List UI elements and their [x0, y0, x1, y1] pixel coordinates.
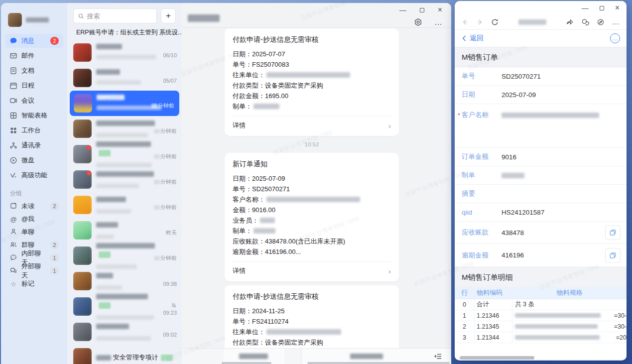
browser-compass-icon[interactable]: [597, 18, 605, 26]
new-chat-button[interactable]: +: [161, 8, 176, 23]
wechat-icon[interactable]: [581, 18, 589, 26]
form-label: 单号: [462, 72, 502, 81]
user-profile[interactable]: [1, 11, 67, 33]
sidebar-item-messages[interactable]: 消息 2: [5, 34, 63, 48]
message-card-payment-1[interactable]: 付款申请-抄送信息无需审核 日期：2025-07-07 单号：FS2507008…: [225, 28, 399, 136]
collapse-tabs-icon[interactable]: [434, 353, 442, 362]
group-label: 外部聊天: [21, 262, 46, 280]
field-value-redacted: [266, 197, 360, 202]
table-header-row: 行 物料编码 物料规格: [455, 287, 627, 299]
count-badge: 1: [50, 254, 59, 262]
sidebar-item-calendar[interactable]: 日程: [5, 79, 63, 93]
field-value-redacted: [253, 228, 275, 234]
chat-list-item[interactable]: 昨天: [67, 218, 182, 243]
back-icon[interactable]: [461, 18, 469, 26]
chat-list-item[interactable]: 分钟前: [67, 243, 182, 268]
back-label: 返回: [470, 34, 484, 43]
chat-list-item[interactable]: 09:02: [67, 319, 182, 345]
sidebar-item-label: 通讯录: [21, 141, 59, 150]
sidebar-group-unread[interactable]: 未读 2: [5, 200, 63, 213]
tab-scrollbar-segment[interactable]: [307, 362, 450, 364]
chat-list-item[interactable]: 分钟前: [67, 116, 182, 141]
field-label: 制单：: [233, 101, 252, 112]
form-label: qiid: [462, 209, 502, 216]
order-form: 单号 SD25070271 日期 2025-07-09 客户名称 订单金额 90…: [455, 67, 627, 266]
cell-code: 1.21344: [475, 332, 512, 343]
sidebar-group-external[interactable]: 外部聊天 1: [5, 264, 63, 277]
message-scroll-area[interactable]: 付款申请-抄送信息无需审核 日期：2025-07-07 单号：FS2507008…: [182, 28, 451, 348]
sidebar-group-direct[interactable]: 单聊: [5, 226, 63, 239]
avatar: [73, 43, 92, 62]
message-card-payment-2[interactable]: 付款申请-抄送信息无需审核 日期：2024-11-25 单号：FS2411027…: [225, 285, 399, 348]
mute-icon: [171, 302, 177, 308]
sidebar-item-workbench[interactable]: 工作台: [5, 123, 63, 137]
sidebar-item-mail[interactable]: 邮件: [5, 49, 63, 63]
announcement-bar[interactable]: ERP账号申请：组长或主管到 系统设...: [67, 27, 182, 40]
cell-row-no: 2: [455, 321, 475, 332]
share-icon[interactable]: [566, 18, 574, 26]
chat-time: 分钟前: [160, 204, 177, 211]
close-button[interactable]: ×: [615, 5, 620, 11]
section-title-detail: M销售订单明细: [455, 266, 627, 287]
card-detail-link[interactable]: 详情›: [233, 261, 391, 277]
chat-list-item[interactable]: 05/07: [67, 65, 182, 91]
chat-list-item[interactable]: 09:23: [67, 294, 182, 319]
form-value-redacted: [502, 173, 524, 178]
chat-list-item[interactable]: 安全管理专项计: [67, 345, 182, 364]
form-row-date: 日期 2025-07-09: [455, 86, 627, 104]
copy-button[interactable]: [605, 248, 621, 262]
form-row-order-no: 单号 SD25070271: [455, 67, 627, 86]
chat-list-item[interactable]: 分钟前: [67, 192, 182, 218]
cell-row-no: 1: [455, 310, 475, 321]
internal-chat-icon: [9, 254, 17, 262]
sidebar-item-sheets[interactable]: 智能表格: [5, 109, 63, 122]
message-card-order[interactable]: 新订单通知 日期：2025-07-09 单号：SD25070271 客户名称： …: [225, 153, 399, 281]
sidebar-item-contacts[interactable]: 通讯录: [5, 138, 63, 152]
green-tag: [99, 251, 111, 258]
close-button[interactable]: ×: [438, 7, 442, 13]
tab-scrollbar-segment[interactable]: [222, 362, 271, 364]
search-field[interactable]: [87, 12, 152, 20]
chat-list-item-selected[interactable]: 分钟前: [70, 91, 179, 116]
sidebar-item-advanced[interactable]: 高级功能: [5, 168, 63, 182]
copy-button[interactable]: [605, 226, 621, 240]
workbench-icon: [9, 126, 17, 134]
unread-dot: [87, 171, 91, 175]
field-value-redacted: [253, 104, 279, 109]
card-title: 付款申请-抄送信息无需审核: [233, 292, 391, 301]
settings-gear-icon[interactable]: [414, 18, 422, 26]
sidebar-item-meetings[interactable]: 会议: [5, 94, 63, 108]
maximize-button[interactable]: [420, 8, 424, 12]
field-value: FS25070083: [252, 59, 289, 70]
page-more-button[interactable]: …: [610, 33, 620, 43]
minimize-button[interactable]: —: [582, 5, 589, 11]
section-title-order: M销售订单: [455, 47, 627, 67]
chat-time: 09:02: [163, 332, 177, 338]
card-detail-link[interactable]: 详情›: [233, 116, 391, 131]
more-menu-icon[interactable]: …: [612, 20, 620, 24]
chat-time: 分钟前: [160, 178, 177, 186]
refresh-icon[interactable]: [491, 18, 499, 26]
maximize-button[interactable]: [600, 6, 604, 10]
minimize-button[interactable]: —: [399, 7, 406, 13]
field-value: 2025-07-09: [252, 173, 285, 184]
more-menu-icon[interactable]: …: [434, 21, 442, 24]
cell-code: 1.21346: [475, 310, 512, 321]
sidebar-item-drive[interactable]: 微盘: [5, 153, 63, 167]
card-title: 新订单通知: [233, 160, 391, 169]
person-icon: [9, 228, 17, 237]
chat-list-item[interactable]: 06/10: [67, 40, 182, 65]
chat-list-item[interactable]: 分钟前: [67, 167, 182, 192]
sidebar-group-flagged[interactable]: ☆ 标记: [5, 277, 63, 290]
horizontal-scrollbar[interactable]: [460, 356, 534, 360]
back-link[interactable]: 返回: [461, 34, 484, 43]
chat-list-item[interactable]: 09:38: [67, 268, 182, 294]
chat-list-item[interactable]: 分钟前: [67, 141, 182, 167]
sidebar-group-mentions[interactable]: @ @我: [5, 213, 63, 226]
search-input[interactable]: [73, 8, 157, 23]
sidebar-item-docs[interactable]: 文档: [5, 64, 63, 78]
sidebar-item-label: 智能表格: [21, 111, 59, 120]
field-value: FS24110274: [252, 316, 289, 327]
forward-icon[interactable]: [476, 18, 484, 26]
green-tag: [99, 150, 111, 156]
